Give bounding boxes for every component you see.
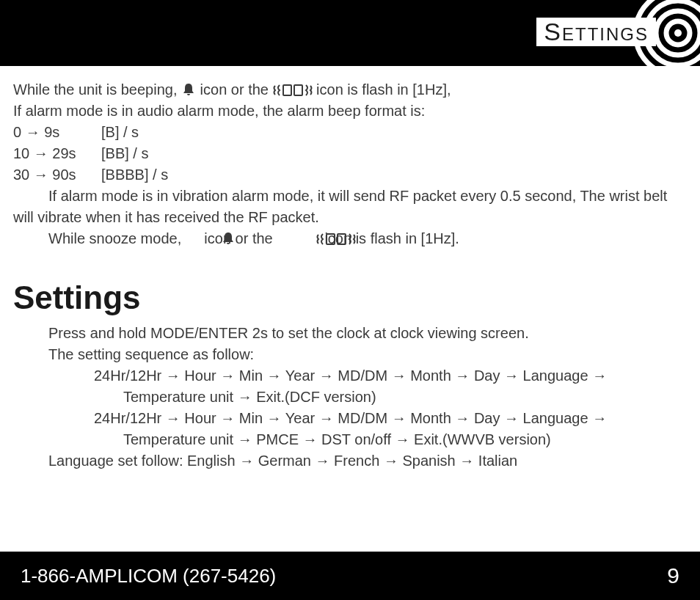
sequence-dcf-1: 24Hr/12Hr → Hour → Min → Year → MD/DM → …: [13, 365, 687, 387]
text: While the unit is beeping,: [13, 81, 177, 98]
text: If alarm mode is in vibration alarm mode…: [13, 188, 667, 225]
alarm-beep-line: While the unit is beeping, icon or the i…: [13, 79, 687, 100]
text: While snooze mode,: [48, 230, 181, 246]
bell-icon: [181, 81, 196, 96]
beep-table: 0 → 9s [B] / s 10 → 29s [BB] / s 30 → 90…: [13, 122, 687, 186]
text: icon is flash in [1Hz],: [316, 81, 451, 98]
sequence-wwvb-2: Temperature unit → PMCE → DST on/off → E…: [13, 429, 687, 450]
alarm-mode-line: If alarm mode is in audio alarm mode, th…: [13, 100, 687, 122]
snooze-line: While snooze mode, icon or the icon is f…: [13, 228, 687, 249]
section-heading: Settings: [13, 274, 687, 321]
press-hold-line: Press and hold MODE/ENTER 2s to set the …: [13, 323, 687, 344]
header-title: Settings: [536, 18, 656, 46]
bell-icon: [186, 230, 200, 245]
beep-pattern: [BBBB] / s: [101, 164, 168, 186]
beep-row: 0 → 9s [B] / s: [13, 122, 687, 143]
beep-range: 30 → 90s: [13, 164, 101, 186]
page-number: 9: [667, 563, 679, 588]
beep-range: 0 → 9s: [13, 122, 101, 143]
vibration-paragraph: If alarm mode is in vibration alarm mode…: [13, 186, 687, 228]
text: icon is flash in [1Hz].: [324, 230, 459, 246]
language-sequence: Language set follow: English → German → …: [13, 450, 687, 472]
svg-point-4: [674, 29, 682, 37]
beep-pattern: [B] / s: [101, 122, 139, 143]
beep-range: 10 → 29s: [13, 143, 101, 164]
beep-row: 10 → 29s [BB] / s: [13, 143, 687, 164]
vibrate-icon: [281, 231, 321, 246]
header-bar: Settings: [0, 0, 700, 66]
sequence-dcf-2: Temperature unit → Exit.(DCF version): [13, 387, 687, 408]
page-content: While the unit is beeping, icon or the i…: [0, 66, 700, 472]
sequence-wwvb-1: 24Hr/12Hr → Hour → Min → Year → MD/DM → …: [13, 408, 687, 429]
beep-pattern: [BB] / s: [101, 143, 148, 164]
vibrate-icon: [273, 82, 313, 97]
footer-bar: 1-866-AMPLICOM (267-5426) 9: [0, 552, 700, 600]
text: icon or the: [204, 230, 272, 246]
footer-phone: 1-866-AMPLICOM (267-5426): [21, 565, 276, 588]
text: icon or the: [200, 81, 269, 98]
svg-rect-6: [294, 85, 302, 95]
sequence-intro: The setting sequence as follow:: [13, 344, 687, 365]
beep-row: 30 → 90s [BBBB] / s: [13, 164, 687, 186]
svg-rect-5: [283, 85, 291, 95]
